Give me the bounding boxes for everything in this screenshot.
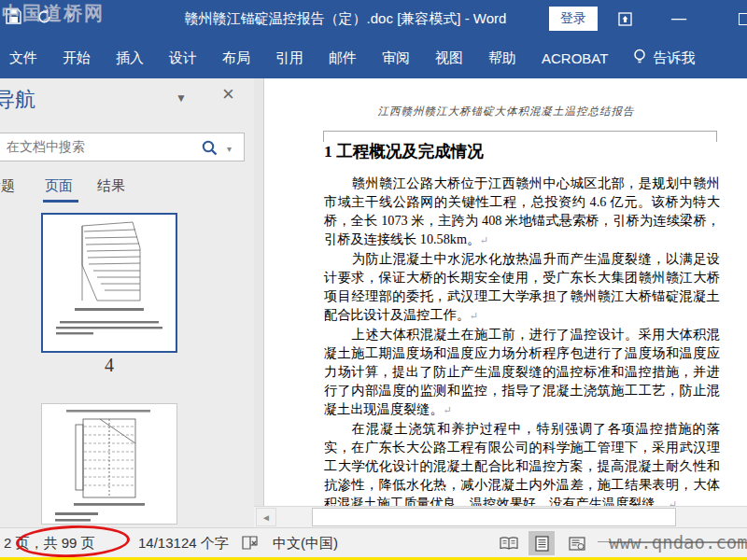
nav-tab-pages[interactable]: 页面: [45, 177, 73, 195]
paragraph-mark: ↵: [470, 310, 478, 321]
thumbnail-page-number: 4: [41, 355, 177, 376]
page-header-text: 江西赣州赣江大桥锚碇大体积混凝土温控总结报告: [264, 105, 747, 119]
section-heading: 1 工程概况及完成情况: [324, 140, 727, 162]
navigation-pane: 导航 ▼ × 在文档中搜索 ▾ 标题 页面 结果: [0, 78, 254, 527]
paragraph-mark: ↵: [444, 404, 452, 415]
page-count-status[interactable]: 2 页，共 99 页: [4, 535, 95, 553]
tab-acrobat[interactable]: ACROBAT: [542, 50, 608, 66]
search-placeholder: 在文档中搜索: [7, 139, 85, 156]
word-window: ▾ 赣州赣江锚碇温控报告（定）.doc [兼容模式] - Word 登录 — 文…: [0, 0, 747, 560]
tab-insert[interactable]: 插入: [116, 49, 144, 67]
tab-review[interactable]: 审阅: [382, 49, 410, 67]
tab-view[interactable]: 视图: [435, 49, 463, 67]
paragraph-mark: ↵: [480, 234, 488, 245]
maximize-button[interactable]: [728, 0, 747, 37]
tab-help[interactable]: 帮助: [488, 49, 516, 67]
close-icon[interactable]: ×: [222, 84, 234, 105]
document-page[interactable]: 江西赣州赣江大桥锚碇大体积混凝土温控总结报告 1 工程概况及完成情况 赣州赣江公…: [263, 78, 747, 506]
document-body[interactable]: 赣州赣江公路大桥位于江西赣州中心城区北部，是规划中赣州市域主干线公路网的关键性工…: [324, 174, 720, 506]
thumbnail-5-diagram: [42, 404, 175, 524]
scrollbar-thumb[interactable]: [312, 508, 676, 526]
word-count-status[interactable]: 14/13124 个字: [138, 535, 229, 553]
tab-layout[interactable]: 布局: [222, 49, 250, 67]
save-icon[interactable]: [6, 8, 21, 24]
nav-tab-headings[interactable]: 标题: [0, 177, 15, 195]
customize-qat-icon[interactable]: ▾: [68, 11, 73, 21]
scroll-left-arrow[interactable]: ◄: [256, 508, 276, 526]
maximize-icon: [739, 13, 747, 25]
tab-file[interactable]: 文件: [9, 49, 37, 67]
paragraph-3: 上述大体积混凝土在施工前，进行了温控设计。采用大体积混凝土施工期温度场和温度应力…: [324, 325, 720, 419]
document-title: 赣州赣江锚碇温控报告（定）.doc [兼容模式] - Word: [140, 0, 551, 37]
minimize-button[interactable]: —: [663, 0, 695, 37]
paragraph-mark: ↵: [669, 498, 677, 506]
read-mode-button[interactable]: [496, 531, 522, 555]
nav-tab-results[interactable]: 结果: [97, 177, 125, 195]
page-thumbnail-5[interactable]: [41, 403, 177, 525]
search-dropdown-icon[interactable]: ▾: [227, 144, 232, 154]
horizontal-scrollbar[interactable]: ◄: [254, 506, 747, 527]
navigation-options-icon[interactable]: ▼: [176, 91, 187, 105]
search-input[interactable]: 在文档中搜索 ▾: [0, 133, 245, 161]
proofing-errors-icon[interactable]: [241, 535, 259, 554]
tab-references[interactable]: 引用: [275, 49, 303, 67]
paragraph-4: 在混凝土浇筑和养护过程中，特别强调了各项温控措施的落实，在广东长大公路工程有限公…: [324, 419, 720, 506]
tab-design[interactable]: 设计: [169, 49, 197, 67]
lightbulb-icon: [633, 49, 646, 68]
search-icon[interactable]: [201, 139, 218, 161]
paragraph-1: 赣州赣江公路大桥位于江西赣州中心城区北部，是规划中赣州市域主干线公路网的关键性工…: [324, 174, 720, 249]
ribbon-tab-row: 文件 开始 插入 设计 布局 引用 邮件 审阅 视图 帮助 ACROBAT 告诉…: [0, 37, 747, 78]
navigation-pane-title: 导航: [0, 86, 35, 114]
quick-access-toolbar: ▾: [6, 7, 73, 24]
language-status[interactable]: 中文(中国): [273, 535, 338, 553]
document-area: 江西赣州赣江大桥锚碇大体积混凝土温控总结报告 1 工程概况及完成情况 赣州赣江公…: [254, 78, 747, 506]
paragraph-2: 为防止混凝土中水泥水化放热温升而产生温度裂缝，以满足设计要求，保证大桥的长期安全…: [324, 249, 720, 325]
tell-me-box[interactable]: 告诉我: [633, 49, 695, 68]
sign-in-button[interactable]: 登录: [549, 7, 598, 31]
thumbnail-4-diagram: [43, 215, 176, 351]
web-layout-button[interactable]: [564, 531, 590, 555]
undo-icon[interactable]: [36, 7, 53, 24]
page-thumbnail-4[interactable]: [41, 213, 177, 353]
navigation-tabs: 标题 页面 结果: [0, 172, 254, 203]
tab-mailings[interactable]: 邮件: [329, 49, 357, 67]
ribbon-display-options-button[interactable]: [609, 0, 641, 37]
status-bar: 2 页，共 99 页 14/13124 个字 中文(中国): [0, 527, 747, 557]
tell-me-label: 告诉我: [653, 49, 695, 67]
tab-home[interactable]: 开始: [63, 49, 91, 67]
print-layout-button[interactable]: [529, 531, 555, 555]
title-bar: ▾ 赣州赣江锚碇温控报告（定）.doc [兼容模式] - Word 登录 —: [0, 0, 747, 37]
